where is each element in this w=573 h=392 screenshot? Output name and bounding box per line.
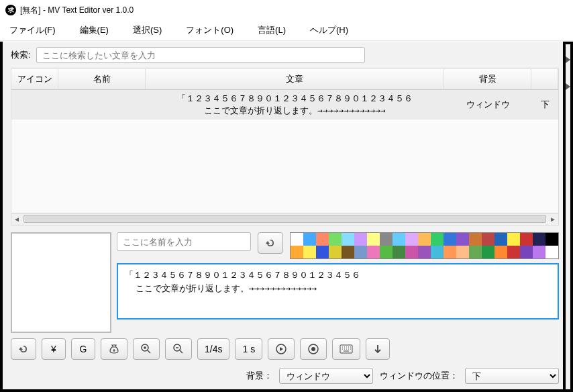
expand-1-icon[interactable] [566,56,570,63]
color-swatch[interactable] [469,233,482,246]
header-icon[interactable]: アイコン [11,69,58,89]
toolbar: ¥ G 1/4s 1 s [11,338,559,360]
color-swatch[interactable] [354,233,367,246]
color-swatch[interactable] [456,233,469,246]
header-bg[interactable]: 背景 [444,69,531,89]
color-swatch[interactable] [482,233,494,246]
zoom-in-button[interactable] [133,338,160,360]
keyboard-icon [340,344,353,354]
color-swatch[interactable] [354,246,367,258]
color-swatch[interactable] [329,233,342,246]
color-swatch[interactable] [405,246,418,258]
background-label: 背景： [246,370,272,382]
table-row[interactable]: 「１２３４５６７８９０１２３４５６７８９０１２３４５６ ここで文章が折り返します… [11,90,558,119]
right-panel-toggle [566,42,573,392]
color-palette [290,232,559,259]
g-button[interactable]: G [71,338,95,360]
color-swatch[interactable] [393,233,405,246]
color-swatch[interactable] [316,233,329,246]
menu-select[interactable]: 選択(S) [133,24,162,36]
color-swatch[interactable] [418,246,431,258]
menu-lang[interactable]: 言語(L) [258,24,286,36]
color-swatch[interactable] [456,246,469,258]
color-swatch[interactable] [393,246,405,258]
menu-font[interactable]: フォント(O) [186,24,233,36]
color-swatch[interactable] [494,246,507,258]
color-swatch[interactable] [469,246,482,258]
color-swatch[interactable] [533,233,545,246]
color-swatch[interactable] [507,233,520,246]
color-swatch[interactable] [367,233,380,246]
target-button[interactable] [268,338,295,360]
menu-help[interactable]: ヘルプ(H) [310,24,348,36]
color-swatch[interactable] [303,246,316,258]
undo-icon [265,238,276,248]
data-table: アイコン 名前 文章 背景 「１２３４５６７８９０１２３４５６７８９０１２３４５… [11,68,559,226]
undo-name-button[interactable] [258,232,283,254]
color-swatch[interactable] [431,246,444,258]
cell-icon [11,102,58,107]
header-name[interactable]: 名前 [58,69,146,89]
color-swatch[interactable] [507,246,520,258]
color-swatch[interactable] [380,246,393,258]
cell-text: 「１２３４５６７８９０１２３４５６７８９０１２３４５６ ここで文章が折り返します… [146,90,444,119]
icon-preview[interactable] [11,232,111,333]
color-swatch[interactable] [520,233,533,246]
color-swatch[interactable] [520,246,533,258]
yen-button[interactable]: ¥ [42,338,66,360]
menu-edit[interactable]: 編集(E) [80,24,109,36]
arrow-down-icon [374,344,382,354]
cell-bg: ウィンドウ [444,96,531,113]
bag-button[interactable] [101,338,127,360]
one-second-button[interactable]: 1 s [235,338,262,360]
color-swatch[interactable] [380,233,393,246]
horizontal-scrollbar[interactable]: ◄ ► [11,213,558,225]
keyboard-button[interactable] [332,338,360,360]
window-title: [無名] - MV Text Editor ver 1.0.0 [20,5,134,16]
stop-button[interactable] [300,338,327,360]
undo-button[interactable] [11,338,36,360]
zoom-in-icon [140,343,152,355]
app-icon: 求 [5,5,16,15]
menu-file[interactable]: ファイル(F) [9,24,56,36]
down-arrow-button[interactable] [366,338,390,360]
color-swatch[interactable] [482,246,494,258]
color-swatch[interactable] [316,246,329,258]
color-swatch[interactable] [291,233,303,246]
color-swatch[interactable] [329,246,342,258]
scroll-left-icon[interactable]: ◄ [11,213,22,225]
color-swatch[interactable] [303,233,316,246]
color-swatch[interactable] [367,246,380,258]
header-text[interactable]: 文章 [146,69,444,89]
color-swatch[interactable] [342,233,354,246]
background-select[interactable]: ウィンドウ [279,368,373,384]
name-input[interactable] [117,232,251,251]
zoom-out-button[interactable] [165,338,192,360]
color-swatch[interactable] [545,233,558,246]
quarter-second-button[interactable]: 1/4s [197,338,229,360]
scroll-thumb[interactable] [23,215,546,223]
play-circle-icon [275,343,287,355]
undo-icon [18,344,29,354]
color-swatch[interactable] [533,246,545,258]
window-pos-select[interactable]: 下 [465,368,559,384]
search-input[interactable] [36,47,365,63]
money-bag-icon [108,343,120,355]
color-swatch[interactable] [545,246,558,258]
expand-2-icon[interactable] [566,83,570,90]
color-swatch[interactable] [418,233,431,246]
color-swatch[interactable] [494,233,507,246]
window-pos-label: ウィンドウの位置： [380,370,458,382]
color-swatch[interactable] [444,233,456,246]
color-swatch[interactable] [431,233,444,246]
record-icon [307,343,319,355]
color-swatch[interactable] [342,246,354,258]
zoom-out-icon [172,343,185,355]
color-swatch[interactable] [291,246,303,258]
color-swatch[interactable] [444,246,456,258]
header-pos[interactable] [531,69,558,89]
scroll-right-icon[interactable]: ► [548,213,558,225]
search-label: 検索: [11,49,31,61]
color-swatch[interactable] [405,233,418,246]
text-editor[interactable]: 「１２３４５６７８９０１２３４５６７８９０１２３４５６ ここで文章が折り返します… [117,263,559,320]
